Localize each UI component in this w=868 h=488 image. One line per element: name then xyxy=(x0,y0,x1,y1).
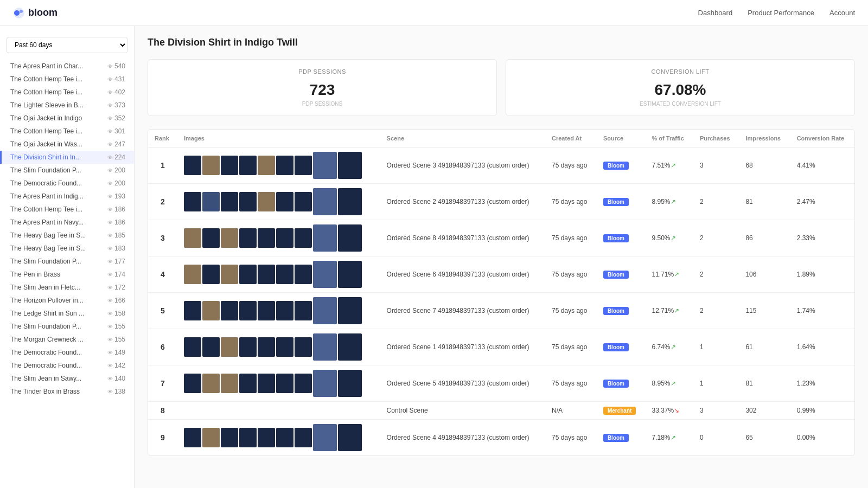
nav-product-performance[interactable]: Product Performance xyxy=(748,9,814,17)
sidebar-item-12[interactable]: The Apres Pant in Navy... 👁 186 xyxy=(0,216,134,229)
impressions-cell-5: 61 xyxy=(739,329,790,365)
trend-down-icon: ↘ xyxy=(674,407,679,414)
sidebar-item-16[interactable]: The Pen in Brass 👁 174 xyxy=(0,268,134,281)
image-strip-3 xyxy=(184,261,374,288)
images-cell-1 xyxy=(177,184,380,220)
nav-dashboard[interactable]: Dashboard xyxy=(698,9,733,17)
thumb-5-5 xyxy=(276,337,293,357)
trend-up-icon: ↗ xyxy=(674,307,679,314)
conversion-rate-cell-7: 0.99% xyxy=(790,402,854,420)
sidebar-item-name-20: The Slim Foundation P... xyxy=(10,323,81,330)
scene-cell-4: Ordered Scene 7 4918948397133 (custom or… xyxy=(380,293,545,329)
sidebar-item-18[interactable]: The Horizon Pullover in... 👁 166 xyxy=(0,294,134,307)
eye-icon-17: 👁 xyxy=(107,285,113,291)
col-rank: Rank xyxy=(148,130,177,147)
sidebar-item-name-1: The Cotton Hemp Tee i... xyxy=(10,75,82,83)
sidebar-item-count-2: 👁 402 xyxy=(107,88,125,96)
sidebar-filter: Past 60 days Past 30 days Past 90 days xyxy=(0,33,134,60)
thumb-1-3 xyxy=(239,192,257,211)
thumb-4-0 xyxy=(184,301,201,320)
thumb-0-1 xyxy=(202,156,220,175)
thumb-5-2 xyxy=(221,337,238,357)
sidebar-item-2[interactable]: The Cotton Hemp Tee i... 👁 402 xyxy=(0,86,134,99)
eye-icon-25: 👁 xyxy=(107,389,113,395)
sidebar-item-5[interactable]: The Cotton Hemp Tee i... 👁 301 xyxy=(0,125,134,138)
sidebar-item-13[interactable]: The Heavy Bag Tee in S... 👁 185 xyxy=(0,229,134,242)
sidebar: Past 60 days Past 30 days Past 90 days T… xyxy=(0,26,135,488)
trend-up-icon: ↗ xyxy=(671,434,676,441)
scene-cell-3: Ordered Scene 6 4918948397133 (custom or… xyxy=(380,256,545,293)
purchases-cell-4: 2 xyxy=(693,293,739,329)
sidebar-item-1[interactable]: The Cotton Hemp Tee i... 👁 431 xyxy=(0,73,134,86)
sidebar-item-20[interactable]: The Slim Foundation P... 👁 155 xyxy=(0,320,134,333)
thumb-4-3 xyxy=(239,301,257,320)
sidebar-item-name-19: The Ledge Shirt in Sun ... xyxy=(10,310,84,317)
sidebar-item-14[interactable]: The Heavy Bag Tee in S... 👁 183 xyxy=(0,242,134,255)
thumb-2-3 xyxy=(239,228,257,248)
sidebar-item-23[interactable]: The Democratic Found... 👁 142 xyxy=(0,359,134,372)
scene-cell-0: Ordered Scene 3 4918948397133 (custom or… xyxy=(380,147,545,184)
thumb-0-2 xyxy=(221,156,238,175)
trend-up-icon: ↗ xyxy=(671,162,676,169)
sidebar-item-9[interactable]: The Democratic Found... 👁 200 xyxy=(0,177,134,190)
images-cell-3 xyxy=(177,256,380,293)
sidebar-item-22[interactable]: The Democratic Found... 👁 149 xyxy=(0,346,134,359)
sidebar-item-8[interactable]: The Slim Foundation P... 👁 200 xyxy=(0,164,134,177)
created-at-cell-8: 75 days ago xyxy=(545,420,597,456)
sidebar-item-name-8: The Slim Foundation P... xyxy=(10,166,81,174)
stats-row: PDP Sessions 723 PDP SESSIONS Conversion… xyxy=(148,59,855,116)
thumb-5-4 xyxy=(258,337,275,357)
sidebar-item-11[interactable]: The Cotton Hemp Tee i... 👁 186 xyxy=(0,203,134,216)
sidebar-item-19[interactable]: The Ledge Shirt in Sun ... 👁 158 xyxy=(0,307,134,320)
sidebar-item-name-0: The Apres Pant in Char... xyxy=(10,62,83,70)
sidebar-item-3[interactable]: The Lighter Sleeve in B... 👁 373 xyxy=(0,99,134,112)
pdp-sessions-value: 723 xyxy=(161,81,483,99)
trend-up-icon: ↗ xyxy=(671,234,676,242)
sidebar-item-0[interactable]: The Apres Pant in Char... 👁 540 xyxy=(0,60,134,73)
rank-cell-1: 2 xyxy=(148,184,177,220)
impressions-cell-2: 86 xyxy=(739,220,790,256)
sidebar-item-count-4: 👁 352 xyxy=(107,114,125,122)
thumb-8-6 xyxy=(295,428,312,447)
impressions-cell-1: 81 xyxy=(739,184,790,220)
sidebar-item-count-14: 👁 183 xyxy=(107,245,125,252)
traffic-pct-cell-6: 8.95%↗ xyxy=(646,365,693,402)
traffic-pct-cell-8: 7.18%↗ xyxy=(646,420,693,456)
source-cell-5: Bloom xyxy=(597,329,646,365)
eye-icon-20: 👁 xyxy=(107,324,113,330)
table-row-3: 4 Ordered Scene 6 4918948397133 (custom … xyxy=(148,256,854,293)
impressions-cell-4: 115 xyxy=(739,293,790,329)
sidebar-item-name-11: The Cotton Hemp Tee i... xyxy=(10,206,82,213)
sidebar-item-name-15: The Slim Foundation P... xyxy=(10,258,81,265)
sidebar-item-7[interactable]: The Division Shirt in In... 👁 224 xyxy=(0,151,134,164)
rank-cell-0: 1 xyxy=(148,147,177,184)
date-range-select[interactable]: Past 60 days Past 30 days Past 90 days xyxy=(7,37,127,53)
sidebar-item-17[interactable]: The Slim Jean in Fletc... 👁 172 xyxy=(0,281,134,294)
sidebar-item-10[interactable]: The Apres Pant in Indig... 👁 193 xyxy=(0,190,134,203)
image-strip-1 xyxy=(184,188,374,215)
rank-cell-2: 3 xyxy=(148,220,177,256)
thumb-2-0 xyxy=(184,228,201,248)
sidebar-item-15[interactable]: The Slim Foundation P... 👁 177 xyxy=(0,255,134,268)
eye-icon-4: 👁 xyxy=(107,115,113,121)
sidebar-item-25[interactable]: The Tinder Box in Brass 👁 138 xyxy=(0,385,134,398)
sidebar-item-21[interactable]: The Morgan Crewneck ... 👁 155 xyxy=(0,333,134,346)
thumb-6-2 xyxy=(221,374,238,393)
nav-account[interactable]: Account xyxy=(829,9,855,17)
sidebar-item-count-19: 👁 158 xyxy=(107,310,125,317)
sidebar-item-4[interactable]: The Ojai Jacket in Indigo 👁 352 xyxy=(0,112,134,125)
sidebar-item-count-23: 👁 142 xyxy=(107,362,125,369)
col-created-at: Created At xyxy=(545,130,597,147)
images-cell-8 xyxy=(177,420,380,456)
sidebar-item-name-4: The Ojai Jacket in Indigo xyxy=(10,114,82,122)
traffic-pct-cell-3: 11.71%↗ xyxy=(646,256,693,293)
conversion-rate-cell-4: 1.74% xyxy=(790,293,854,329)
conversion-rate-cell-5: 1.64% xyxy=(790,329,854,365)
eye-icon-3: 👁 xyxy=(107,102,113,108)
sidebar-item-24[interactable]: The Slim Jean in Sawy... 👁 140 xyxy=(0,372,134,385)
thumb-3-3 xyxy=(239,265,257,284)
source-cell-3: Bloom xyxy=(597,256,646,293)
sidebar-item-6[interactable]: The Ojai Jacket in Was... 👁 247 xyxy=(0,138,134,151)
thumb-2-6 xyxy=(295,228,312,248)
thumb-1-8 xyxy=(338,188,362,215)
